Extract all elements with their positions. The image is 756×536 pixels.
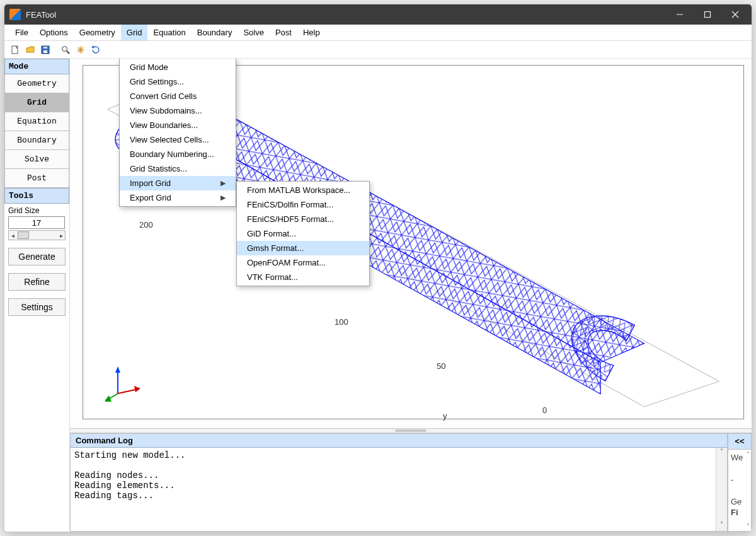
menubar: File Options Geometry Grid Equation Boun…: [4, 25, 752, 41]
maximize-button[interactable]: [694, 4, 721, 25]
toolbar: [4, 41, 752, 59]
menu-file[interactable]: File: [9, 25, 34, 40]
generate-button[interactable]: Generate: [8, 248, 66, 265]
grid-dropdown: Grid Mode Grid Settings... Convert Grid …: [119, 59, 236, 207]
window-title: FEATool: [26, 10, 666, 20]
sidebar-tab-post[interactable]: Post: [4, 169, 69, 188]
open-file-icon[interactable]: [23, 43, 37, 57]
command-log-body[interactable]: Starting new model... Reading nodes... R…: [71, 448, 716, 531]
menu-boundary-numbering[interactable]: Boundary Numbering...: [120, 147, 236, 161]
rlist-item[interactable]: Fi: [730, 507, 750, 518]
svg-point-8: [62, 46, 67, 51]
sidebar-tab-solve[interactable]: Solve: [4, 150, 69, 169]
grid-size-input[interactable]: [8, 216, 65, 229]
menu-options[interactable]: Options: [34, 25, 74, 40]
tick-100: 100: [335, 317, 348, 327]
pan-icon[interactable]: [74, 43, 88, 57]
submenu-fenics-dolfin[interactable]: FEniCS/Dolfin Format...: [237, 197, 369, 212]
grid-size-slider[interactable]: ◂▸: [8, 230, 66, 240]
rotate-icon[interactable]: [89, 43, 103, 57]
submenu-fenics-hdf5[interactable]: FEniCS/HDF5 Format...: [237, 212, 369, 226]
menu-post[interactable]: Post: [270, 25, 297, 40]
svg-rect-7: [43, 47, 47, 49]
menu-view-subdomains[interactable]: View Subdomains...: [120, 103, 236, 118]
horizontal-splitter[interactable]: [70, 428, 752, 433]
menu-grid[interactable]: Grid: [121, 25, 148, 40]
tick-50: 50: [437, 361, 445, 371]
orientation-triad-icon: [105, 365, 143, 403]
rlist-item[interactable]: Ge: [730, 496, 750, 507]
close-button[interactable]: [721, 4, 749, 25]
menu-help[interactable]: Help: [297, 25, 326, 40]
collapse-button[interactable]: <<: [728, 433, 752, 450]
submenu-vtk[interactable]: VTK Format...: [237, 270, 369, 284]
sidebar-tab-geometry[interactable]: Geometry: [4, 74, 69, 93]
menu-boundary[interactable]: Boundary: [192, 25, 238, 40]
right-list[interactable]: ˄ We - Ge Fi ˅: [728, 450, 752, 532]
svg-line-14: [644, 382, 719, 407]
menu-grid-mode[interactable]: Grid Mode: [120, 60, 236, 74]
submenu-from-matlab[interactable]: From MATLAB Workspace...: [237, 183, 369, 197]
chevron-right-icon: ▶: [220, 194, 226, 202]
menu-import-grid[interactable]: Import Grid▶: [120, 176, 236, 190]
menu-view-selected-cells[interactable]: View Selected Cells...: [120, 132, 236, 147]
new-file-icon[interactable]: [8, 43, 22, 57]
submenu-gid[interactable]: GiD Format...: [237, 226, 369, 241]
sidebar-tab-equation[interactable]: Equation: [4, 112, 69, 131]
tick-200: 200: [139, 220, 153, 230]
menu-equation[interactable]: Equation: [147, 25, 191, 40]
menu-grid-statistics[interactable]: Grid Statistics...: [120, 161, 236, 176]
log-scrollbar[interactable]: ˄˅: [716, 448, 727, 531]
mode-header: Mode: [4, 59, 69, 74]
svg-marker-10: [91, 45, 94, 49]
svg-marker-21: [134, 386, 140, 392]
svg-rect-6: [43, 50, 47, 53]
tools-header: Tools: [4, 188, 69, 204]
submenu-gmsh[interactable]: Gmsh Format...: [237, 241, 369, 255]
command-log-header: Command Log: [76, 436, 133, 445]
sidebar-tab-grid[interactable]: Grid: [4, 93, 69, 112]
menu-export-grid[interactable]: Export Grid▶: [120, 190, 236, 205]
axis-label-y: y: [443, 411, 447, 421]
sidebar: Mode Geometry Grid Equation Boundary Sol…: [4, 59, 70, 532]
chevron-right-icon: ▶: [220, 179, 226, 187]
save-icon[interactable]: [38, 43, 52, 57]
viewport[interactable]: 200 150 100 50 0 y Grid Mode: [70, 59, 752, 428]
rlist-item[interactable]: -: [730, 474, 750, 485]
menu-convert-grid-cells[interactable]: Convert Grid Cells: [120, 89, 236, 103]
titlebar: FEATool: [4, 4, 752, 25]
settings-button[interactable]: Settings: [8, 298, 66, 316]
minimize-button[interactable]: [666, 4, 694, 25]
menu-grid-settings[interactable]: Grid Settings...: [120, 74, 236, 89]
svg-line-9: [67, 51, 69, 54]
grid-size-label: Grid Size: [4, 204, 69, 216]
refine-button[interactable]: Refine: [8, 273, 66, 291]
menu-view-boundaries[interactable]: View Boundaries...: [120, 118, 236, 132]
svg-line-20: [118, 389, 138, 393]
zoom-icon[interactable]: [59, 43, 72, 57]
svg-rect-1: [705, 12, 711, 18]
sidebar-tab-boundary[interactable]: Boundary: [4, 131, 69, 150]
menu-geometry[interactable]: Geometry: [74, 25, 121, 40]
command-log-panel: Command Log Starting new model... Readin…: [70, 433, 728, 532]
svg-marker-19: [115, 366, 120, 373]
submenu-openfoam[interactable]: OpenFOAM Format...: [237, 255, 369, 270]
menu-solve[interactable]: Solve: [238, 25, 270, 40]
tick-0: 0: [542, 405, 547, 415]
import-grid-submenu: From MATLAB Workspace... FEniCS/Dolfin F…: [236, 181, 370, 286]
app-icon: [9, 9, 21, 20]
